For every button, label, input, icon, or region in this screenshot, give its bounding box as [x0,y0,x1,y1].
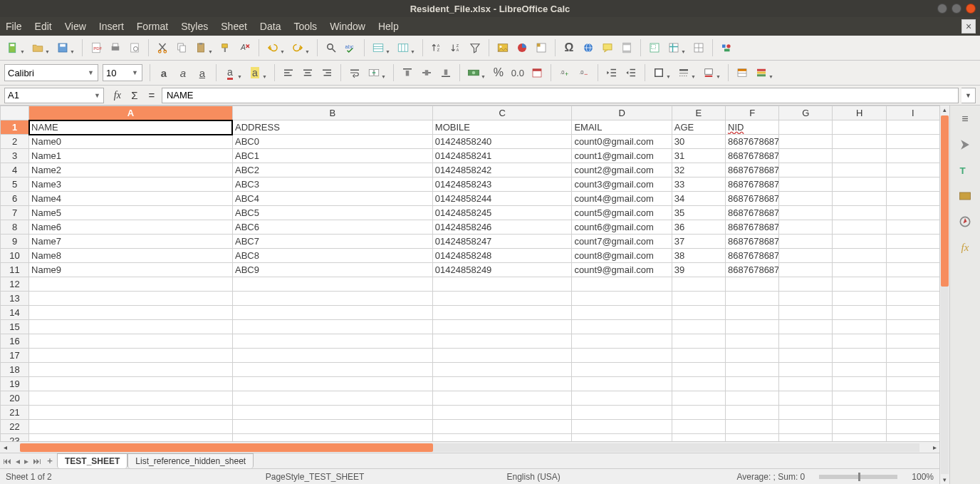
cell-D9[interactable]: count7@gmail.com [572,235,672,249]
autofilter-button[interactable] [466,39,484,56]
save-button[interactable]: ▼ [54,39,71,56]
cell-H2[interactable] [833,135,886,149]
cell-H11[interactable] [833,263,886,277]
tab-last-button[interactable]: ⏭ [33,456,41,466]
cell-H10[interactable] [833,249,886,263]
cell-F13[interactable] [726,292,779,306]
tab-first-button[interactable]: ⏮ [3,456,11,466]
status-zoom[interactable]: 100% [912,472,934,482]
cell-G5[interactable] [779,177,833,192]
cell-H15[interactable] [833,320,886,334]
menu-window[interactable]: Window [330,21,365,32]
cell-D19[interactable] [572,377,672,391]
column-header-I[interactable]: I [886,106,939,120]
cell-A16[interactable] [29,334,233,349]
row-header-1[interactable]: 1 [1,120,29,135]
cell-A5[interactable]: Name3 [29,177,233,192]
cell-A15[interactable] [29,320,233,334]
border-color-button[interactable]: ▼ [700,64,717,81]
insert-chart-button[interactable] [514,39,531,56]
cell-G20[interactable] [779,391,833,406]
clone-formatting-button[interactable] [217,39,234,56]
cell-C18[interactable] [432,363,572,377]
row-header-10[interactable]: 10 [1,249,29,263]
menu-edit[interactable]: Edit [35,21,52,32]
cell-I1[interactable] [886,120,939,135]
spreadsheet-grid[interactable]: ABCDEFGHI 1NAMEADDRESSMOBILEEMAILAGENID2… [0,105,939,441]
cell-D2[interactable]: count0@gmail.com [572,135,672,149]
cell-E8[interactable]: 36 [672,220,725,235]
split-window-button[interactable] [690,39,707,56]
cell-G4[interactable] [779,163,833,177]
cut-button[interactable] [154,39,171,56]
cell-A20[interactable] [29,391,233,406]
cell-G12[interactable] [779,277,833,292]
cell-G15[interactable] [779,320,833,334]
cell-A11[interactable]: Name9 [29,263,233,277]
cell-C3[interactable]: 01424858241 [432,149,572,163]
cell-H21[interactable] [833,406,886,420]
freeze-button[interactable]: ▼ [665,39,682,56]
cell-F11[interactable]: 86876786876879 [726,263,779,277]
cell-F14[interactable] [726,306,779,320]
insert-image-button[interactable] [494,39,511,56]
row-header-6[interactable]: 6 [1,192,29,206]
align-left-button[interactable] [280,64,297,81]
cell-I16[interactable] [886,334,939,349]
cell-E17[interactable] [672,349,725,363]
cell-I13[interactable] [886,292,939,306]
cell-E20[interactable] [672,391,725,406]
cell-C23[interactable] [432,434,572,442]
cell-F8[interactable]: 86876786876876 [726,220,779,235]
open-button[interactable]: ▼ [29,39,46,56]
cell-G2[interactable] [779,135,833,149]
cell-H1[interactable] [833,120,886,135]
cell-I23[interactable] [886,434,939,442]
align-right-button[interactable] [318,64,335,81]
cell-D6[interactable]: count4@gmail.com [572,192,672,206]
row-header-8[interactable]: 8 [1,220,29,235]
sidebar-properties-icon[interactable] [956,135,974,154]
autoformat-button[interactable] [734,64,751,81]
row-header-12[interactable]: 12 [1,277,29,292]
cell-H19[interactable] [833,377,886,391]
row-header-7[interactable]: 7 [1,206,29,220]
cell-F19[interactable] [726,377,779,391]
cell-B21[interactable] [232,406,432,420]
cell-H3[interactable] [833,149,886,163]
cell-H6[interactable] [833,192,886,206]
cell-B19[interactable] [232,377,432,391]
cell-C2[interactable]: 01424858240 [432,135,572,149]
increase-indent-button[interactable] [603,64,620,81]
cell-B13[interactable] [232,292,432,306]
cell-E23[interactable] [672,434,725,442]
currency-button[interactable]: ▼ [465,64,482,81]
cell-F21[interactable] [726,406,779,420]
cell-H22[interactable] [833,420,886,434]
document-close-button[interactable]: × [961,19,976,34]
formula-expand-button[interactable]: ▼ [961,88,976,103]
cell-C5[interactable]: 01424858243 [432,177,572,192]
row-header-17[interactable]: 17 [1,349,29,363]
column-header-H[interactable]: H [833,106,886,120]
sidebar-settings-icon[interactable]: ≡ [956,110,974,128]
cell-E15[interactable] [672,320,725,334]
cell-H23[interactable] [833,434,886,442]
cell-D21[interactable] [572,406,672,420]
cell-E11[interactable]: 39 [672,263,725,277]
cell-H13[interactable] [833,292,886,306]
cell-E13[interactable] [672,292,725,306]
cell-A1[interactable]: NAME [29,120,233,135]
cell-A17[interactable] [29,349,233,363]
cell-E6[interactable]: 34 [672,192,725,206]
redo-button[interactable]: ▼ [289,39,306,56]
window-maximize-button[interactable] [952,4,961,14]
cell-B2[interactable]: ABC0 [232,135,432,149]
menu-view[interactable]: View [65,21,86,32]
cell-I14[interactable] [886,306,939,320]
cell-F23[interactable] [726,434,779,442]
cell-B20[interactable] [232,391,432,406]
sum-button[interactable]: Σ [127,88,142,103]
cell-E9[interactable]: 37 [672,235,725,249]
cell-I21[interactable] [886,406,939,420]
